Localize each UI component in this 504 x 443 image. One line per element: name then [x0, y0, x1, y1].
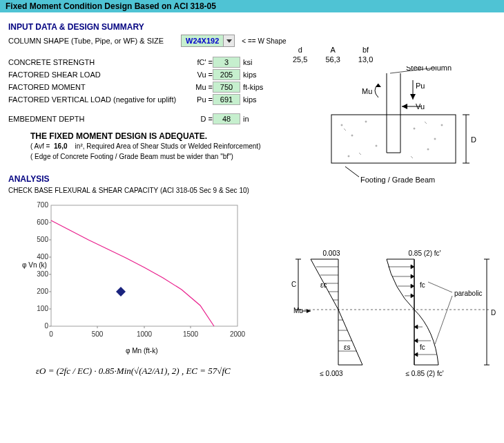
- svg-rect-31: [51, 205, 238, 326]
- prop-d-header: d: [284, 46, 316, 54]
- capacity-chart: 0 100 200 300 400 500 600 700 0 500 1000…: [15, 198, 250, 357]
- svg-text:εc: εc: [320, 281, 327, 289]
- svg-text:1500: 1500: [183, 330, 199, 338]
- mu-sym: Mu =: [188, 83, 213, 91]
- svg-marker-7: [410, 94, 416, 100]
- pu-input[interactable]: 691: [213, 94, 240, 105]
- svg-marker-93: [411, 294, 414, 298]
- svg-text:Vu: Vu: [416, 102, 425, 111]
- svg-point-17: [351, 135, 353, 136]
- svg-point-16: [341, 124, 342, 126]
- svg-text:0.003: 0.003: [322, 249, 340, 257]
- svg-text:fc: fc: [420, 343, 425, 351]
- prop-bf-value: 13,0: [350, 55, 381, 64]
- column-sketch: Steel Column Mu Pu Vu D Footing: [311, 66, 490, 191]
- column-shape-row: COLUMN SHAPE (Tube, Pipe, or WF) & SIZE …: [8, 35, 496, 47]
- demand-point: [116, 287, 126, 296]
- column-shape-dropdown[interactable]: W24X192: [181, 35, 235, 47]
- fc-label: CONCRETE STRENGTH: [8, 58, 188, 66]
- d-input[interactable]: 48: [213, 113, 240, 124]
- fc-input[interactable]: 3: [213, 57, 240, 68]
- svg-marker-95: [414, 325, 418, 329]
- pu-unit: kips: [243, 95, 257, 104]
- svg-text:400: 400: [37, 253, 48, 261]
- input-header: INPUT DATA & DESIGN SUMMARY: [8, 22, 496, 32]
- svg-text:300: 300: [37, 270, 48, 278]
- mu-label: FACTORED MOMENT: [8, 83, 188, 91]
- svg-text:parabolic: parabolic: [454, 290, 483, 297]
- svg-point-21: [427, 149, 429, 150]
- svg-text:φ Mn (ft-k): φ Mn (ft-k): [126, 347, 157, 355]
- svg-text:600: 600: [37, 218, 48, 226]
- svg-text:700: 700: [37, 201, 48, 209]
- fc-sym: fC' =: [188, 58, 213, 66]
- svg-text:Steel Column: Steel Column: [406, 66, 452, 72]
- vu-unit: kips: [243, 70, 257, 79]
- svg-text:εs: εs: [344, 343, 350, 351]
- chevron-down-icon[interactable]: [223, 35, 234, 46]
- fc-unit: ksi: [243, 58, 252, 66]
- svg-text:Mu: Mu: [362, 87, 372, 95]
- svg-marker-55: [116, 287, 126, 296]
- svg-text:1000: 1000: [137, 330, 153, 338]
- svg-marker-99: [414, 352, 418, 357]
- svg-rect-12: [331, 115, 456, 163]
- chart-svg: 0 100 200 300 400 500 600 700 0 500 1000…: [15, 198, 250, 357]
- svg-point-20: [414, 128, 415, 129]
- svg-text:≤ 0.85 (2) fc': ≤ 0.85 (2) fc': [405, 370, 443, 377]
- svg-text:500: 500: [37, 236, 48, 243]
- title-text: Fixed Moment Condition Design Based on A…: [6, 1, 216, 11]
- d-label: EMBEDMENT DEPTH: [8, 115, 188, 123]
- svg-line-104: [435, 296, 452, 344]
- svg-text:0.85 (2) fc': 0.85 (2) fc': [409, 249, 441, 257]
- svg-marker-87: [411, 265, 414, 269]
- column-shape-value: W24X192: [182, 37, 223, 45]
- svg-line-103: [428, 282, 452, 292]
- svg-line-62: [338, 310, 362, 365]
- svg-line-29: [345, 167, 359, 177]
- svg-text:200: 200: [37, 288, 48, 295]
- title-bar: Fixed Moment Condition Design Based on A…: [0, 0, 504, 12]
- svg-marker-10: [402, 104, 407, 109]
- svg-text:Pu: Pu: [416, 82, 425, 90]
- svg-marker-89: [411, 274, 414, 279]
- strain-stress-diagram: 0.003 εc εs Mu ≤ 0.003 STRAIN DIAGRAM C …: [290, 241, 497, 382]
- d-sym: D =: [188, 115, 213, 123]
- prop-a-value: 56,3: [317, 55, 348, 64]
- svg-text:0: 0: [49, 330, 53, 338]
- pu-sym: Pu =: [188, 95, 213, 104]
- mu-unit: ft-kips: [243, 83, 263, 91]
- svg-text:D: D: [471, 135, 476, 144]
- svg-marker-91: [411, 284, 414, 288]
- d-unit: in: [243, 115, 249, 123]
- svg-text:D: D: [491, 309, 496, 317]
- svg-text:2000: 2000: [230, 330, 246, 338]
- svg-text:φ Vn (k): φ Vn (k): [22, 261, 47, 269]
- svg-point-18: [365, 121, 367, 122]
- svg-point-19: [376, 145, 377, 147]
- svg-text:fc: fc: [420, 281, 425, 289]
- vu-input[interactable]: 205: [213, 69, 240, 80]
- svg-point-24: [434, 138, 436, 140]
- svg-text:≤ 0.003: ≤ 0.003: [320, 370, 343, 377]
- svg-marker-97: [414, 339, 418, 343]
- capacity-curve: [51, 220, 214, 326]
- pu-label: FACTORED VERTICAL LOAD (negative for upl…: [8, 95, 188, 104]
- svg-point-23: [348, 155, 349, 157]
- vu-label: FACTORED SHEAR LOAD: [8, 70, 188, 79]
- svg-text:Footing  /  Grade Beam: Footing / Grade Beam: [360, 176, 435, 184]
- mu-input[interactable]: 750: [213, 82, 240, 93]
- vu-sym: Vu =: [188, 70, 213, 79]
- column-shape-hint: < == W Shape: [242, 37, 286, 45]
- svg-text:500: 500: [92, 330, 104, 338]
- prop-a-header: A: [317, 46, 348, 54]
- svg-point-22: [441, 124, 443, 126]
- prop-d-value: 25,5: [284, 55, 316, 64]
- svg-text:C: C: [291, 281, 296, 288]
- column-shape-label: COLUMN SHAPE (Tube, Pipe, or WF) & SIZE: [8, 37, 181, 45]
- prop-bf-header: bf: [350, 46, 381, 54]
- shape-props-table: d A bf 25,5 56,3 13,0: [283, 44, 382, 65]
- svg-text:0: 0: [44, 322, 48, 330]
- svg-text:100: 100: [37, 305, 48, 312]
